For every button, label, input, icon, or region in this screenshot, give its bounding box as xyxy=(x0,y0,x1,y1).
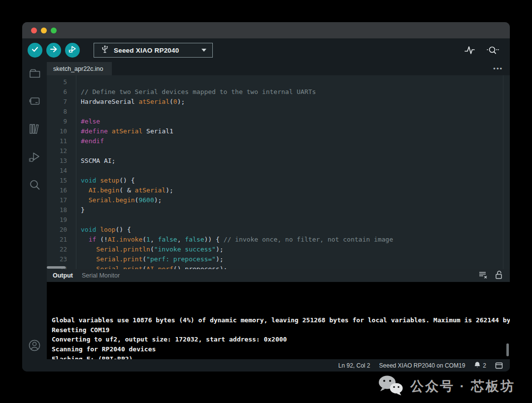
code-line: HardwareSerial atSerial(0); xyxy=(81,97,510,107)
code-line: AI.begin( & atSerial); xyxy=(81,186,510,195)
minimize-window-button[interactable] xyxy=(41,28,47,33)
verify-button[interactable] xyxy=(28,43,42,58)
console-line: Global variables use 10876 bytes (4%) of… xyxy=(52,315,510,325)
account-icon[interactable] xyxy=(28,339,41,352)
usb-icon xyxy=(101,45,109,56)
watermark-text: 公众号 · 芯板坊 xyxy=(410,377,515,395)
editor-vertical-scrollbar[interactable] xyxy=(503,75,510,269)
boards-manager-icon[interactable] xyxy=(28,94,41,108)
toggle-panel-icon[interactable] xyxy=(495,362,503,369)
search-icon[interactable] xyxy=(28,178,41,191)
check-icon xyxy=(31,45,39,56)
upload-button[interactable] xyxy=(46,43,61,58)
editor-horizontal-scrollbar-thumb[interactable] xyxy=(47,266,66,269)
more-actions-icon[interactable]: ••• xyxy=(493,62,510,75)
tab-sketch[interactable]: sketch_apr22c.ino xyxy=(47,62,112,75)
console-scrollbar-thumb[interactable] xyxy=(506,343,509,356)
code-line xyxy=(81,146,510,156)
tab-sketch-label: sketch_apr22c.ino xyxy=(53,65,103,72)
sketchbook-folder-icon[interactable] xyxy=(28,67,41,80)
titlebar xyxy=(22,22,510,38)
code-line: Serial.println("invoke success"); xyxy=(81,245,510,254)
code-line: void loop() { xyxy=(81,225,510,235)
notification-count: 2 xyxy=(483,362,486,369)
lock-open-icon[interactable] xyxy=(495,270,503,281)
clear-output-icon[interactable] xyxy=(478,270,488,281)
code-line: void setup() { xyxy=(81,176,510,186)
console-lines: Global variables use 10876 bytes (4%) of… xyxy=(52,315,510,359)
selected-board-label: Seeed XIAO RP2040 xyxy=(114,47,179,54)
activity-sidebar xyxy=(22,62,47,359)
code-line: #else xyxy=(81,117,510,126)
code-editor[interactable]: 56789101112131415161718192021222324 // D… xyxy=(47,75,510,269)
code-line xyxy=(81,166,510,176)
wechat-icon xyxy=(377,374,404,399)
code-line: #endif xyxy=(81,136,510,146)
code-line xyxy=(81,107,510,117)
tab-serial-monitor[interactable]: Serial Monitor xyxy=(82,272,120,279)
watermark: 公众号 · 芯板坊 xyxy=(377,374,515,399)
serial-plotter-icon[interactable] xyxy=(464,45,475,56)
close-window-button[interactable] xyxy=(31,28,37,33)
arduino-ide-window: Seeed XIAO RP2040 xyxy=(22,22,510,372)
code-line: } xyxy=(81,205,510,215)
code-line: // Define two Serial devices mapped to t… xyxy=(81,87,510,97)
cursor-position[interactable]: Ln 92, Col 2 xyxy=(338,362,370,369)
screen: Seeed XIAO RP2040 xyxy=(0,0,532,403)
chevron-down-icon xyxy=(201,49,206,52)
debug-button[interactable] xyxy=(65,43,80,58)
board-port-status[interactable]: Seeed XIAO RP2040 on COM19 xyxy=(379,362,466,369)
status-bar: Ln 92, Col 2 Seeed XIAO RP2040 on COM19 … xyxy=(22,359,510,372)
code-area: // Define two Serial devices mapped to t… xyxy=(76,75,510,269)
bug-play-icon xyxy=(68,45,77,56)
code-line: #define atSerial Serial1 xyxy=(81,126,510,136)
maximize-window-button[interactable] xyxy=(51,28,57,33)
console-line: Scanning for RP2040 devices xyxy=(52,344,510,354)
console-line: Resetting COM19 xyxy=(52,325,510,335)
output-console[interactable]: Sketch uses 172032 bytes (8%) of program… xyxy=(47,282,510,359)
board-selector-dropdown[interactable]: Seeed XIAO RP2040 xyxy=(94,43,213,58)
code-line: Serial.print(AI.perf().prepocess); xyxy=(81,264,510,269)
library-manager-icon[interactable] xyxy=(28,122,41,136)
gutter: 56789101112131415161718192021222324 xyxy=(47,75,76,269)
serial-monitor-icon[interactable] xyxy=(485,45,499,56)
output-panel-header: Output Serial Monitor xyxy=(47,269,510,282)
code-line: SSCMA AI; xyxy=(81,156,510,166)
tab-output[interactable]: Output xyxy=(53,272,73,279)
console-clipped-line: Sketch uses 172032 bytes (8%) of program… xyxy=(52,297,510,301)
console-line: Converting to uf2, output size: 172032, … xyxy=(52,335,510,344)
code-line xyxy=(81,77,510,87)
console-line: Flashing F: (RPI-RP2) xyxy=(52,354,510,359)
code-line: Serial.print("perf: prepocess="); xyxy=(81,254,510,264)
code-line xyxy=(81,215,510,225)
bell-icon xyxy=(474,361,481,370)
code-line: if (!AI.invoke(1, false, false)) { // in… xyxy=(81,235,510,245)
toolbar: Seeed XIAO RP2040 xyxy=(22,38,510,62)
editor-tabbar: sketch_apr22c.ino ••• xyxy=(47,62,510,75)
code-line: Serial.begin(9600); xyxy=(81,195,510,205)
arrow-right-icon xyxy=(49,45,58,56)
notifications[interactable]: 2 xyxy=(474,361,486,370)
debug-sidebar-icon[interactable] xyxy=(28,150,41,164)
